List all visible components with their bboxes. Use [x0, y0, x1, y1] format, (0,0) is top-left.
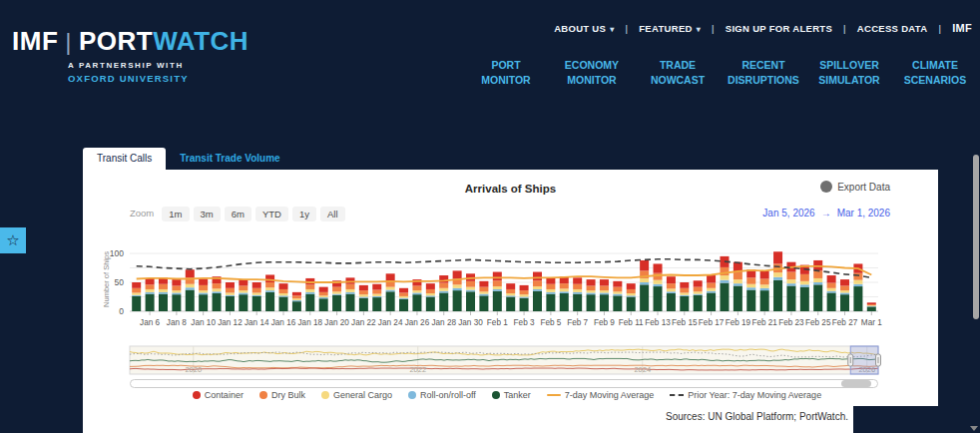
nav-main-item-climate-scenarios[interactable]: CLIMATE SCENARIOS [898, 58, 972, 88]
bar-container [399, 288, 408, 293]
svg-text:Mar 1: Mar 1 [861, 318, 882, 327]
bar-tanker [252, 296, 261, 311]
bar-roll-on-roll-off [453, 288, 462, 290]
scrollbar-thumb[interactable] [841, 380, 871, 387]
bar-general-cargo [800, 281, 809, 284]
legend-item-container[interactable]: Container [193, 390, 244, 400]
bar-container [493, 272, 502, 281]
arrivals-of-ships-chart[interactable]: 050100Number of ShipsJan 6Jan 8Jan 10Jan… [100, 221, 883, 333]
bar-container [827, 275, 836, 283]
bar-roll-on-roll-off [186, 287, 195, 289]
bar-container [265, 274, 274, 282]
zoom-button-6m[interactable]: 6m [225, 207, 251, 221]
bar-container [226, 282, 235, 288]
bar-roll-on-roll-off [372, 296, 381, 297]
bar-general-cargo [813, 278, 822, 282]
bar-dry-bulk [587, 285, 596, 290]
nav-main-item-trade-nowcast[interactable]: TRADE NOWCAST [641, 58, 715, 88]
bar-roll-on-roll-off [560, 291, 569, 293]
bar-roll-on-roll-off [813, 282, 822, 284]
page-scrollbar-thumb[interactable] [973, 155, 979, 319]
logo-partner: OXFORD UNIVERSITY [68, 73, 248, 84]
export-data-button[interactable]: Export Data [820, 181, 890, 193]
svg-text:Jan 24: Jan 24 [378, 318, 403, 327]
zoom-button-1y[interactable]: 1y [292, 207, 316, 221]
nav-main-item-recent-disruptions[interactable]: RECENT DISRUPTIONS [727, 58, 800, 88]
bar-roll-on-roll-off [479, 294, 488, 296]
bar-roll-on-roll-off [493, 289, 502, 291]
prior-year-dash-icon [670, 394, 684, 396]
svg-text:Feb 11: Feb 11 [619, 318, 644, 327]
tab-transit-trade-volume[interactable]: Transit Trade Volume [166, 148, 293, 170]
feedback-star-button[interactable]: ☆ [0, 227, 26, 253]
bar-dry-bulk [146, 284, 155, 289]
bar-dry-bulk [694, 287, 703, 292]
legend-item-tanker[interactable]: Tanker [492, 390, 531, 400]
zoom-button-ytd[interactable]: YTD [255, 207, 288, 221]
svg-text:Feb 7: Feb 7 [567, 318, 588, 327]
nav-top-item-about-us[interactable]: ABOUT US▾ [554, 23, 614, 34]
star-icon: ☆ [6, 231, 19, 248]
svg-text:Number of Ships: Number of Ships [102, 251, 111, 307]
svg-text:Feb 5: Feb 5 [540, 318, 561, 327]
bar-general-cargo [146, 289, 155, 292]
bar-container [600, 279, 609, 285]
bar-tanker [786, 285, 795, 311]
bar-roll-on-roll-off [305, 292, 314, 294]
bar-general-cargo [453, 284, 462, 287]
bar-roll-on-roll-off [399, 298, 408, 299]
tab-transit-calls[interactable]: Transit Calls [83, 148, 166, 170]
navigator-range-chart[interactable]: 2020202220242026 [100, 345, 883, 377]
legend-label: Prior Year: 7-day Moving Average [688, 390, 821, 400]
site-logo[interactable]: IMF | PORTWATCH A PARTNERSHIP WITH OXFOR… [12, 26, 248, 84]
chart-horizontal-scrollbar[interactable] [130, 379, 878, 388]
zoom-button-3m[interactable]: 3m [194, 207, 221, 221]
bar-container [319, 287, 328, 292]
scroll-down-arrow-icon[interactable] [970, 426, 978, 431]
bar-tanker [426, 297, 435, 312]
nav-separator: | [843, 23, 846, 34]
bar-roll-on-roll-off [226, 295, 235, 296]
legend-label: General Cargo [333, 390, 392, 400]
bar-roll-on-roll-off [746, 287, 755, 289]
bar-roll-on-roll-off [707, 291, 716, 293]
bar-container [667, 276, 676, 283]
nav-top-item-sign-up-for-alerts[interactable]: SIGN UP FOR ALERTS [726, 23, 832, 34]
logo-tagline: A PARTNERSHIP WITH [68, 61, 248, 70]
legend-item-general-cargo[interactable]: General Cargo [321, 390, 392, 400]
bar-roll-on-roll-off [359, 297, 368, 298]
legend-label: 7-day Moving Average [565, 390, 654, 400]
main-nav: PORT MONITORECONOMY MONITORTRADE NOWCAST… [469, 58, 972, 88]
bar-roll-on-roll-off [199, 292, 208, 294]
navigator-selection[interactable] [848, 346, 881, 374]
bar-general-cargo [345, 289, 354, 292]
bar-tanker [226, 296, 235, 311]
nav-main-item-port-monitor[interactable]: PORT MONITOR [469, 58, 543, 88]
date-to-input[interactable]: Mar 1, 2026 [837, 208, 890, 218]
zoom-button-all[interactable]: All [320, 207, 345, 221]
footer-block [853, 406, 938, 433]
bar-tanker [466, 291, 475, 311]
legend-item-roll-on-roll-off[interactable]: Roll-on/roll-off [408, 390, 476, 400]
date-from-input[interactable]: Jan 5, 2026 [762, 208, 814, 218]
bar-tanker [479, 295, 488, 311]
bar-roll-on-roll-off [627, 295, 636, 296]
nav-main-item-economy-monitor[interactable]: ECONOMY MONITOR [555, 58, 629, 88]
nav-top-item-featured[interactable]: FEATURED▾ [639, 23, 701, 34]
bar-roll-on-roll-off [573, 292, 582, 294]
bar-tanker [359, 298, 368, 311]
nav-top-item-access-data[interactable]: ACCESS DATA [857, 23, 928, 34]
nav-top-item-imf[interactable]: IMF [952, 22, 972, 34]
legend-item-dry-bulk[interactable]: Dry Bulk [259, 390, 305, 400]
legend-item-prior-year-7-day-moving-average[interactable]: Prior Year: 7-day Moving Average [670, 390, 821, 400]
chevron-down-icon: ▾ [697, 25, 701, 34]
bar-general-cargo [279, 293, 288, 295]
nav-main-item-spillover-simulator[interactable]: SPILLOVER SIMULATOR [812, 58, 886, 88]
zoom-button-1m[interactable]: 1m [162, 207, 189, 221]
bar-general-cargo [533, 286, 542, 289]
bar-dry-bulk [520, 290, 529, 294]
bar-roll-on-roll-off [239, 292, 247, 294]
bar-general-cargo [466, 287, 475, 290]
zoom-controls: Zoom 1m3m6mYTD1yAll [130, 204, 349, 221]
legend-item-7-day-moving-average[interactable]: 7-day Moving Average [547, 390, 654, 400]
